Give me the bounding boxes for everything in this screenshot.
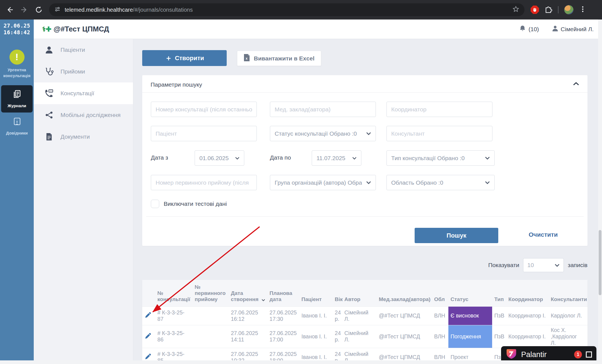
notifications-count: (10) [528, 26, 539, 33]
nav-item-documents[interactable]: Документи [34, 126, 133, 148]
patient-input[interactable] [151, 126, 257, 141]
chevron-down-icon [485, 157, 490, 160]
edit-cell[interactable] [142, 325, 155, 348]
search-panel-title: Параметри пошуку [151, 81, 202, 88]
panel-divider [142, 92, 588, 93]
col-planned-date[interactable]: Планова дата [267, 280, 299, 306]
site-settings-icon[interactable] [54, 6, 61, 14]
nav-item-label: Документи [61, 133, 90, 140]
nav-item-label: Мобільні дослідження [61, 112, 120, 118]
page: { "browser": { "url_domain": "telemed.me… [0, 0, 602, 364]
search-panel: Параметри пошуку Статус консультації Обр… [142, 75, 588, 246]
reload-icon[interactable] [35, 6, 43, 14]
col-age[interactable]: Вік [333, 280, 342, 306]
col-truncated[interactable]: Ві [585, 280, 588, 306]
col-author[interactable]: Автор [342, 280, 377, 306]
user-icon [552, 25, 559, 33]
stethoscope-icon [44, 67, 54, 76]
share-nodes-icon [44, 111, 54, 119]
col-consultation-number[interactable]: № консультації [155, 280, 193, 306]
search-button[interactable]: Пошук [415, 228, 498, 243]
nav-item-mobile-research[interactable]: Мобільні дослідження [34, 104, 133, 126]
bell-icon [519, 25, 526, 33]
back-icon[interactable] [6, 6, 14, 14]
consultation-number-input[interactable] [151, 102, 257, 117]
med-org-input[interactable] [270, 102, 376, 117]
create-button[interactable]: ＋ Створити [142, 50, 227, 66]
palantir-logo-icon [506, 348, 517, 361]
export-excel-button[interactable]: x Вивантажити в Excel [237, 51, 321, 66]
nav-item-label: Прийоми [61, 68, 85, 75]
edit-cell[interactable] [142, 348, 155, 360]
exclude-test-data-checkbox[interactable] [151, 200, 159, 208]
horizontal-scrollbar[interactable] [0, 360, 602, 364]
sidebar-item-journals[interactable]: Журнали [1, 85, 33, 113]
region-select[interactable]: Область Обрано :0 [386, 175, 495, 190]
extensions-icon[interactable] [545, 5, 552, 14]
org-group-select[interactable]: Група організацій (автора) Обра [270, 175, 376, 190]
bookmark-star-icon[interactable] [512, 6, 519, 14]
org-title: ⚕✚ @#Тест ЦПМСД [42, 25, 109, 33]
collapse-panel-icon[interactable] [573, 82, 579, 87]
forward-icon[interactable] [20, 6, 28, 14]
vertical-scrollbar[interactable] [598, 19, 602, 364]
browser-menu-icon[interactable] [579, 6, 586, 14]
palantir-label: Palantir [521, 350, 570, 359]
sidebar-item-label: Довідники [6, 130, 28, 136]
clock-time: 16:48:42 [4, 29, 30, 36]
status-select[interactable]: Статус консультації Обрано :0 [270, 126, 376, 141]
patient-icon [44, 46, 54, 54]
sort-desc-icon [262, 299, 265, 302]
col-consultants[interactable]: Консультанти [548, 280, 585, 306]
main-content: ＋ Створити x Вивантажити в Excel Парамет… [133, 39, 602, 360]
chevron-down-icon [366, 181, 371, 184]
restore-window-icon[interactable] [586, 351, 592, 358]
nav-item-label: Паціенти [61, 47, 85, 53]
col-status[interactable]: Статус [448, 280, 492, 306]
toolbar-separator [558, 6, 559, 13]
excel-file-icon: x [244, 54, 250, 63]
clear-button[interactable]: Очистити [529, 231, 558, 238]
coordinator-input[interactable] [386, 102, 492, 117]
clock: 27.06.25 16:48:42 [0, 19, 34, 39]
consultation-type-select[interactable]: Тип консультації Обрано :0 [386, 150, 495, 166]
svg-text:x: x [246, 57, 248, 60]
vertical-scrollbar-thumb[interactable] [599, 230, 601, 295]
col-primary-number[interactable]: № первинного прийому [192, 280, 229, 306]
show-label: Показувати [488, 262, 519, 268]
url-bar[interactable]: telemed.medlink.healthcare/#/journals/co… [49, 3, 524, 16]
col-edit [142, 280, 155, 306]
browser-profile-avatar[interactable] [564, 5, 574, 14]
col-med-org[interactable]: Мед.заклад(автора) [377, 280, 432, 306]
status-badge: Є висновок [448, 306, 492, 325]
browser-toolbar: telemed.medlink.healthcare/#/journals/co… [0, 0, 602, 19]
col-created-date[interactable]: Дата створення [229, 280, 267, 306]
sidebar-item-directories[interactable]: Довідники [0, 114, 34, 139]
col-type[interactable]: Тип [492, 280, 506, 306]
nav-item-appointments[interactable]: Прийоми [34, 61, 133, 82]
user-menu[interactable]: Сімейний Л. [552, 25, 594, 33]
status-badge: Погодження [448, 325, 492, 348]
notifications-button[interactable]: (10) [519, 25, 539, 33]
table-row[interactable]: # К-3-3-25-87 27.06.2025 16:12 27.06.202… [142, 306, 588, 325]
col-patient[interactable]: Паціент [299, 280, 333, 306]
adblock-icon[interactable] [531, 6, 539, 14]
date-from-select[interactable]: 01.06.2025 [195, 150, 244, 166]
date-to-select[interactable]: 11.07.2025 [312, 150, 361, 166]
chevron-down-icon [366, 132, 371, 135]
edit-cell[interactable] [142, 306, 155, 325]
date-to-label: Дата по [270, 154, 291, 161]
primary-appointment-number-input[interactable] [151, 175, 257, 190]
table-row[interactable]: # К-3-3-25-86 27.06.2025 14:11 27.06.202… [142, 325, 588, 348]
nav-item-consultations[interactable]: Консультації [34, 82, 133, 104]
nav-item-patients[interactable]: Паціенти [34, 39, 133, 61]
url-text: telemed.medlink.healthcare/#/journals/co… [65, 7, 193, 13]
sidebar-item-urgent-consultation[interactable]: ! Ургентна консультація [0, 47, 34, 81]
col-coordinator[interactable]: Координатор [506, 280, 548, 306]
sidebar-item-label: Ургентна консультація [1, 67, 33, 79]
consultant-input[interactable] [386, 126, 492, 141]
page-size-select[interactable]: 10 [523, 258, 564, 272]
chevron-down-icon [235, 157, 240, 160]
primary-sidebar: 27.06.25 16:48:42 ! Ургентна консультаці… [0, 19, 34, 360]
col-region[interactable]: Обл [432, 280, 448, 306]
